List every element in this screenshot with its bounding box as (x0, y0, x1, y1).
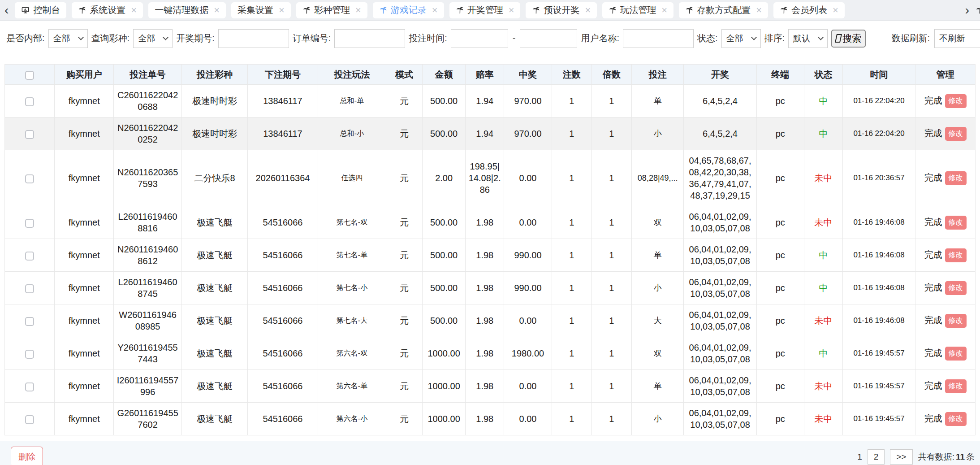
cell-win: 0.00 (504, 150, 552, 206)
cell-mode: 元 (386, 403, 422, 435)
filter-status-label: 状态: (697, 32, 718, 44)
close-icon[interactable]: × (432, 5, 438, 15)
tab-console[interactable]: 控制台 (15, 2, 66, 18)
cell-lottery: 极速时时彩 (182, 85, 248, 117)
username-input[interactable] (623, 29, 694, 48)
tabs-scroll-right-icon[interactable]: › (963, 4, 971, 17)
sort-select[interactable]: 默认 (788, 29, 828, 48)
cell-order_no: G260116194557602 (114, 403, 182, 435)
cell-play: 第六名-单 (318, 370, 386, 403)
edit-button[interactable]: 修改 (945, 216, 967, 230)
row-select-cell (5, 337, 55, 370)
bet-time-from-input[interactable] (451, 29, 508, 48)
row-checkbox[interactable] (25, 350, 34, 359)
page-2-button[interactable]: 2 (868, 449, 885, 465)
close-icon[interactable]: × (585, 5, 591, 15)
row-checkbox[interactable] (25, 284, 34, 293)
close-icon[interactable]: × (509, 5, 514, 15)
close-icon[interactable]: × (131, 5, 137, 15)
tab-one-click-clean-data[interactable]: 一键清理数据× (148, 2, 226, 18)
cell-user: fkymnet (55, 304, 114, 337)
edit-button[interactable]: 修改 (945, 347, 967, 361)
cell-bets: 1 (552, 206, 591, 239)
tab-preset-draw[interactable]: 预设开奖× (526, 2, 597, 18)
internal-select[interactable]: 全部 (48, 29, 88, 48)
edit-button[interactable]: 修改 (945, 94, 967, 108)
issue-input[interactable] (218, 29, 289, 48)
edit-button[interactable]: 修改 (945, 248, 967, 262)
status-select[interactable]: 全部 (721, 29, 761, 48)
close-icon[interactable]: × (833, 5, 838, 15)
tab-draw-manage[interactable]: 开奖管理× (449, 2, 521, 18)
cell-odds: 1.98 (466, 239, 504, 272)
cell-terminal: pc (756, 370, 804, 403)
table-header: 购买用户投注单号投注彩种下注期号投注玩法模式金额赔率中奖注数倍数投注开奖终端状态… (5, 65, 976, 85)
edit-button[interactable]: 修改 (945, 127, 967, 141)
tab-deposit-method-config[interactable]: 存款方式配置× (679, 2, 768, 18)
cell-terminal: pc (756, 304, 804, 337)
edit-button[interactable]: 修改 (945, 379, 967, 393)
tab-collect-settings[interactable]: 采集设置× (231, 2, 291, 18)
cell-bets: 1 (552, 117, 591, 150)
refresh-select[interactable]: 不刷新 (934, 29, 980, 48)
row-checkbox[interactable] (25, 174, 34, 183)
search-button[interactable]: 搜索 (831, 30, 866, 48)
row-checkbox[interactable] (25, 317, 34, 326)
bet-time-to-input[interactable] (520, 29, 577, 48)
edit-button[interactable]: 修改 (945, 314, 967, 328)
status-text: 未中 (804, 304, 842, 337)
column-header-multiplier: 倍数 (591, 65, 631, 85)
row-checkbox[interactable] (25, 130, 34, 139)
cell-user: fkymnet (55, 206, 114, 239)
cell-lottery: 极速飞艇 (182, 272, 248, 304)
tab-game-records[interactable]: 游戏记录× (373, 2, 444, 18)
cell-lottery: 极速时时彩 (182, 117, 248, 150)
filter-username: 用户名称: (581, 29, 694, 48)
row-checkbox[interactable] (25, 252, 34, 261)
row-checkbox[interactable] (25, 415, 34, 424)
records-table: 购买用户投注单号投注彩种下注期号投注玩法模式金额赔率中奖注数倍数投注开奖终端状态… (4, 64, 976, 435)
edit-button[interactable]: 修改 (945, 281, 967, 295)
cell-order_no: C260116220420688 (114, 85, 182, 117)
cell-issue: 20260116364 (247, 150, 318, 206)
filter-order-label: 订单编号: (293, 32, 331, 44)
cell-draw: 06,04,01,02,09,10,03,05,07,08 (684, 304, 756, 337)
cell-win: 0.00 (504, 206, 552, 239)
lottery-select[interactable]: 全部 (133, 29, 173, 48)
cell-odds: 1.98 (466, 206, 504, 239)
row-checkbox[interactable] (25, 382, 34, 391)
close-icon[interactable]: × (661, 5, 667, 15)
close-icon[interactable]: × (214, 5, 220, 15)
row-checkbox[interactable] (25, 97, 34, 106)
cell-issue: 54516066 (247, 239, 318, 272)
edit-button[interactable]: 修改 (945, 412, 967, 426)
tab-member-list[interactable]: 会员列表× (773, 2, 845, 18)
tab-lottery-type-manage[interactable]: 彩种管理× (296, 2, 367, 18)
row-select-cell (5, 85, 55, 117)
search-icon (835, 34, 842, 43)
search-button-label: 搜索 (842, 32, 861, 45)
close-icon[interactable]: × (279, 5, 285, 15)
cell-play: 第七名-小 (318, 272, 386, 304)
cell-bet: 小 (631, 117, 684, 150)
cell-multiplier: 1 (591, 239, 631, 272)
delete-button[interactable]: 删除 (11, 447, 43, 465)
edit-button[interactable]: 修改 (945, 171, 967, 185)
close-icon[interactable]: × (756, 5, 762, 15)
table-row: fkymnetI260116194557996极速飞艇54516066第六名-单… (5, 370, 976, 403)
table-row: fkymnetW260116194608985极速飞艇54516066第七名-大… (5, 304, 976, 337)
cell-time: 01-16 22:04:20 (843, 85, 915, 117)
tabs-scroll-left-icon[interactable]: ‹ (3, 4, 10, 17)
page-next-button[interactable]: >> (890, 449, 912, 465)
cell-user: fkymnet (55, 85, 114, 117)
select-all-checkbox[interactable] (25, 71, 34, 80)
cell-lottery: 极速飞艇 (182, 370, 248, 403)
range-separator: - (512, 33, 517, 43)
row-checkbox[interactable] (25, 219, 34, 228)
manage-cell: 完成修改 (915, 85, 976, 117)
tab-play-method-manage[interactable]: 玩法管理× (602, 2, 673, 18)
close-icon[interactable]: × (355, 5, 361, 15)
order-no-input[interactable] (334, 29, 405, 48)
cell-lottery: 极速飞艇 (182, 337, 248, 370)
tab-system-settings[interactable]: 系统设置× (72, 2, 143, 18)
